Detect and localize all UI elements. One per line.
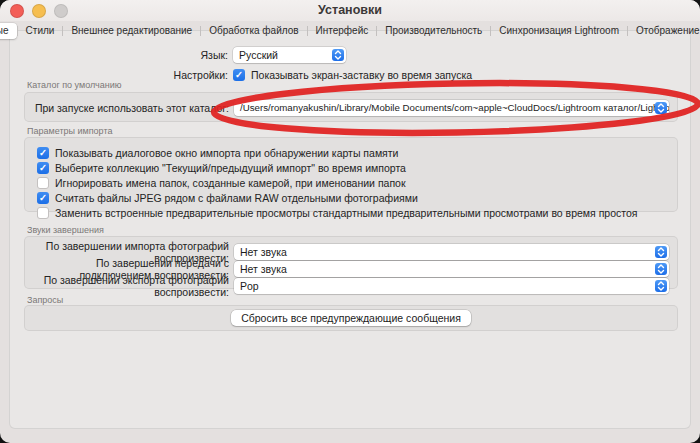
- default-catalog-box: При запуске использовать этот каталог: /…: [24, 92, 678, 122]
- catalog-path-value: /Users/romanyakushin/Library/Mobile Docu…: [240, 102, 669, 113]
- prompts-box: Сбросить все предупреждающие сообщения: [24, 305, 678, 331]
- tab-file-handling[interactable]: Обработка файлов: [201, 23, 306, 39]
- popup-stepper-icon: [655, 102, 667, 114]
- completion-sounds-box: По завершении импорта фотографий воспрои…: [24, 236, 678, 289]
- tab-external-editing[interactable]: Внешнее редактирование: [63, 23, 200, 39]
- checkbox[interactable]: [37, 207, 49, 219]
- language-value: Русский: [239, 49, 278, 61]
- import-options-box: Показывать диалоговое окно импорта при о…: [24, 137, 678, 212]
- import-option-row[interactable]: Показывать диалоговое окно импорта при о…: [37, 145, 677, 160]
- section-label-import-options: Параметры импорта: [27, 126, 112, 136]
- tab-performance[interactable]: Производительность: [377, 23, 490, 39]
- checkbox[interactable]: [37, 162, 49, 174]
- tab-display[interactable]: Отображение: [628, 23, 700, 39]
- checkbox[interactable]: [37, 192, 49, 204]
- tab-interface[interactable]: Интерфейс: [308, 23, 377, 39]
- titlebar: Установки: [0, 0, 700, 21]
- preferences-window: Установки Основные Стили Внешнее редакти…: [0, 0, 700, 443]
- language-select[interactable]: Русский: [233, 47, 346, 63]
- import-option-row[interactable]: Считать файлы JPEG рядом с файлами RAW о…: [37, 190, 677, 205]
- tab-segmented-control: Основные Стили Внешнее редактирование Об…: [0, 22, 700, 39]
- catalog-label: При запуске использовать этот каталог:: [25, 102, 229, 114]
- tab-lightroom-sync[interactable]: Синхронизация Lightroom: [491, 23, 627, 39]
- show-splash-checkbox-row[interactable]: Показывать экран-заставку во время запус…: [233, 69, 472, 81]
- checkbox-label: Выберите коллекцию "Текущий/предыдущий и…: [55, 162, 406, 174]
- checkbox-label: Заменить встроенные предварительные прос…: [55, 207, 638, 219]
- import-option-row[interactable]: Заменить встроенные предварительные прос…: [37, 205, 677, 220]
- popup-stepper-icon: [332, 49, 344, 61]
- sound-row-export: По завершении экспорта фотографий воспро…: [25, 274, 677, 298]
- popup-stepper-icon: [655, 280, 667, 292]
- import-option-row[interactable]: Выберите коллекцию "Текущий/предыдущий и…: [37, 160, 677, 175]
- sound-value: Pop: [240, 280, 259, 292]
- checkbox[interactable]: [37, 177, 49, 189]
- tab-general[interactable]: Основные: [0, 23, 17, 39]
- export-sound-select[interactable]: Pop: [234, 278, 669, 294]
- checkbox-label: Показывать диалоговое окно импорта при о…: [55, 147, 398, 159]
- section-label-default-catalog: Каталог по умолчанию: [27, 80, 122, 90]
- checkbox-label: Показывать экран-заставку во время запус…: [251, 69, 472, 81]
- checkbox-label: Считать файлы JPEG рядом с файлами RAW о…: [55, 192, 418, 204]
- preferences-tabbar: Основные Стили Внешнее редактирование Об…: [0, 22, 700, 39]
- import-option-row[interactable]: Игнорировать имена папок, созданные каме…: [37, 175, 677, 190]
- section-label-prompts: Запросы: [27, 295, 63, 305]
- checkbox[interactable]: [233, 69, 245, 81]
- language-row: Язык: Русский: [0, 47, 700, 63]
- checkbox-label: Игнорировать имена папок, созданные каме…: [55, 177, 406, 189]
- catalog-path-select[interactable]: /Users/romanyakushin/Library/Mobile Docu…: [234, 100, 669, 116]
- checkbox[interactable]: [37, 147, 49, 159]
- section-label-completion-sounds: Звуки завершения: [27, 225, 104, 235]
- language-label: Язык:: [0, 49, 228, 61]
- reset-warnings-button[interactable]: Сбросить все предупреждающие сообщения: [231, 310, 471, 326]
- window-title: Установки: [0, 0, 700, 21]
- catalog-row: При запуске использовать этот каталог: /…: [25, 100, 677, 116]
- tab-presets[interactable]: Стили: [18, 23, 63, 39]
